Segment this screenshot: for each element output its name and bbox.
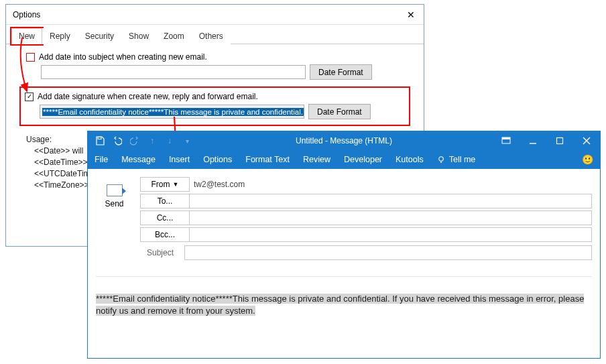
svg-point-7 <box>439 157 443 161</box>
ribbon-tab-developer[interactable]: Developer <box>344 155 382 164</box>
date-format-button-1[interactable]: Date Format <box>310 64 372 80</box>
down-icon[interactable]: ↓ <box>164 135 175 146</box>
cc-button[interactable]: Cc... <box>140 210 190 225</box>
signature-input[interactable]: *****Email confidentiality notice*****Th… <box>40 105 304 119</box>
close-icon[interactable]: ✕ <box>404 9 418 20</box>
from-row: From▼ tw2@test.com <box>140 177 592 192</box>
add-signature-label: Add date signature when create new, repl… <box>38 92 258 101</box>
tab-zoom[interactable]: Zoom <box>156 28 192 44</box>
signature-frame: ✓ Add date signature when create new, re… <box>19 86 410 126</box>
svg-rect-4 <box>557 138 563 144</box>
tell-me-label: Tell me <box>449 155 476 164</box>
tell-me[interactable]: Tell me <box>437 155 476 164</box>
message-body-area: Send From▼ tw2@test.com To... Cc... Bcc.… <box>88 169 600 358</box>
send-label: Send <box>105 199 123 208</box>
checkbox-add-signature[interactable]: ✓ <box>25 93 34 101</box>
options-title: Options <box>13 10 40 19</box>
subject-input[interactable] <box>184 245 592 260</box>
up-icon[interactable]: ↑ <box>147 135 158 146</box>
undo-icon[interactable] <box>112 135 123 146</box>
add-date-subject-label: Add date into subject when creating new … <box>39 52 207 62</box>
ribbon-tab-message[interactable]: Message <box>121 155 156 164</box>
tab-others[interactable]: Others <box>192 28 231 44</box>
chevron-down-icon: ▼ <box>173 181 179 188</box>
quick-access-toolbar: ↑ ↓ ▾ <box>88 135 192 146</box>
bcc-input[interactable] <box>190 227 592 242</box>
date-format-button-2[interactable]: Date Format <box>308 104 371 119</box>
signature-input-text: *****Email confidentiality notice*****Th… <box>42 108 304 116</box>
tab-new[interactable]: New <box>11 28 42 44</box>
qat-more-icon[interactable]: ▾ <box>182 135 192 146</box>
svg-rect-0 <box>98 137 101 139</box>
add-signature-row: ✓ Add date signature when create new, re… <box>25 92 405 101</box>
from-button[interactable]: From▼ <box>140 177 190 192</box>
date-subject-field-row: Date Format <box>41 64 414 80</box>
checkbox-add-date-subject[interactable] <box>26 53 35 62</box>
send-icon <box>107 184 123 196</box>
ribbon-display-icon[interactable] <box>493 131 520 150</box>
send-button[interactable]: Send <box>96 177 133 216</box>
signature-field-row: *****Email confidentiality notice*****Th… <box>40 104 405 119</box>
save-icon[interactable] <box>95 135 105 146</box>
message-titlebar: ↑ ↓ ▾ Untitled - Message (HTML) <box>88 131 600 150</box>
to-input[interactable] <box>190 194 592 208</box>
options-tabstrip: New Reply Security Show Zoom Others <box>6 25 424 44</box>
svg-rect-2 <box>502 137 510 139</box>
to-row: To... <box>140 194 592 208</box>
address-grid: From▼ tw2@test.com To... Cc... Bcc... Su… <box>140 177 592 260</box>
window-controls <box>493 131 600 150</box>
date-subject-input[interactable] <box>41 65 306 79</box>
message-window: ↑ ↓ ▾ Untitled - Message (HTML) File Mes… <box>87 131 601 359</box>
mail-body-text: *****Email confidentiality notice*****Th… <box>96 294 584 316</box>
maximize-icon[interactable] <box>546 131 573 150</box>
close-icon[interactable] <box>573 131 600 150</box>
mail-body[interactable]: *****Email confidentiality notice*****Th… <box>96 276 592 358</box>
subject-row: Subject <box>140 245 592 260</box>
redo-icon[interactable] <box>129 135 140 146</box>
ribbon-tab-insert[interactable]: Insert <box>169 155 190 164</box>
from-value: tw2@test.com <box>190 177 592 192</box>
add-date-subject-row: Add date into subject when creating new … <box>26 52 414 62</box>
compose-header: Send From▼ tw2@test.com To... Cc... Bcc.… <box>96 177 592 260</box>
cc-input[interactable] <box>190 210 592 225</box>
ribbon-tab-kutools[interactable]: Kutools <box>396 155 424 164</box>
ribbon-tab-review[interactable]: Review <box>303 155 330 164</box>
bcc-button[interactable]: Bcc... <box>140 227 190 242</box>
smile-icon[interactable]: 🙂 <box>582 154 593 165</box>
tab-show[interactable]: Show <box>121 28 156 44</box>
ribbon-tab-format-text[interactable]: Format Text <box>245 155 290 164</box>
tab-reply[interactable]: Reply <box>42 28 78 44</box>
ribbon-tabs: File Message Insert Options Format Text … <box>88 150 600 169</box>
cc-row: Cc... <box>140 210 592 225</box>
bcc-row: Bcc... <box>140 227 592 242</box>
tab-security[interactable]: Security <box>78 28 121 44</box>
options-titlebar: Options ✕ <box>6 5 424 25</box>
subject-label: Subject <box>140 248 178 257</box>
bulb-icon <box>437 156 445 164</box>
ribbon-tab-file[interactable]: File <box>95 155 108 164</box>
minimize-icon[interactable] <box>520 131 546 150</box>
to-button[interactable]: To... <box>140 194 190 208</box>
ribbon-tab-options[interactable]: Options <box>203 155 232 164</box>
